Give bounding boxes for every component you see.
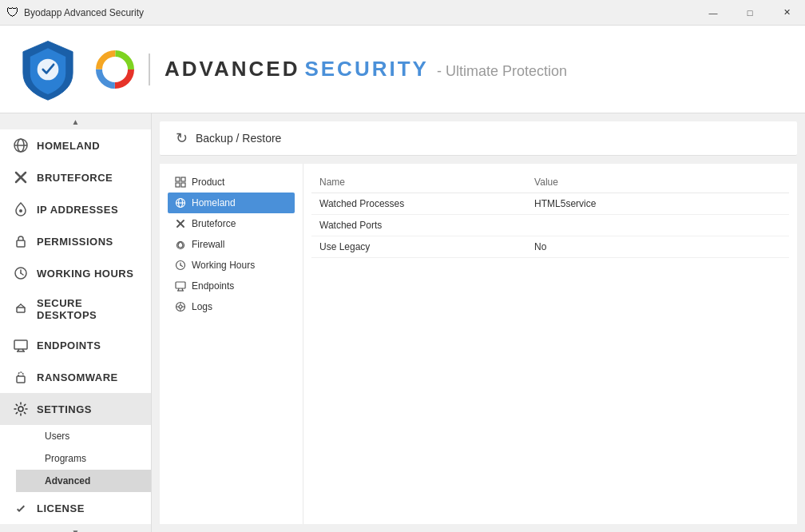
svg-point-27: [18, 407, 23, 411]
scroll-up-button[interactable]: ▲: [0, 113, 151, 129]
sidebar: ▲ HOMELAND BRUTEFORCE IP ADDRE: [0, 113, 152, 532]
sidebar-label-settings: SETTINGS: [37, 403, 92, 415]
row3-name: Use Legacy: [311, 236, 526, 258]
tree-logs-label: Logs: [192, 301, 212, 312]
tree-panel: Product Homeland Bruteforc: [160, 164, 303, 524]
svg-point-46: [179, 305, 182, 308]
tree-homeland-icon: [174, 197, 187, 209]
tree-working-hours-icon: [174, 259, 187, 272]
sidebar-label-secure-desktops: SECURE DESKTOPS: [37, 297, 138, 321]
sidebar-sub-programs[interactable]: Programs: [16, 447, 151, 470]
sidebar-item-settings[interactable]: SETTINGS: [0, 393, 151, 425]
sidebar-item-secure-desktops[interactable]: SECURE DESKTOPS: [0, 289, 151, 329]
app-window: ADVANCED SECURITY - Ultimate Protection …: [0, 26, 805, 532]
data-table: Name Value Watched Processes HTML5servic…: [311, 172, 789, 258]
sidebar-label-working-hours: WORKING HOURS: [37, 268, 133, 280]
breadcrumb-icon: ↻: [176, 129, 188, 147]
sidebar-item-ip-addresses[interactable]: IP ADDRESSES: [0, 193, 151, 225]
sidebar-label-permissions: PERMISSIONS: [37, 236, 113, 248]
svg-line-15: [21, 273, 23, 275]
sidebar-item-license[interactable]: LICENSE: [0, 492, 151, 524]
table-row: Use Legacy No: [311, 236, 789, 258]
tree-working-hours-label: Working Hours: [192, 260, 255, 271]
sidebar-item-ransomware[interactable]: RANSOMWARE: [0, 361, 151, 393]
tree-item-homeland[interactable]: Homeland: [168, 193, 295, 213]
brand-advanced: ADVANCED: [165, 57, 299, 81]
tree-product-icon: [174, 176, 187, 189]
advanced-label: Advanced: [45, 475, 90, 486]
col-header-name: Name: [311, 172, 526, 193]
breadcrumb-bar: ↻ Backup / Restore: [160, 121, 797, 156]
sidebar-sub-advanced[interactable]: Advanced: [16, 470, 151, 492]
app-icon: 🛡: [6, 6, 19, 20]
tree-item-bruteforce[interactable]: Bruteforce: [168, 213, 295, 234]
tree-item-endpoints[interactable]: Endpoints: [168, 276, 295, 296]
tree-product-label: Product: [192, 177, 224, 188]
row1-name: Watched Processes: [311, 193, 526, 215]
tree-endpoints-icon: [174, 280, 187, 292]
svg-line-40: [180, 265, 183, 267]
svg-rect-28: [176, 177, 180, 181]
license-icon: [13, 500, 29, 516]
tree-item-firewall[interactable]: Firewall: [168, 234, 295, 255]
maximize-button[interactable]: □: [732, 0, 768, 26]
logo-shield: [16, 38, 80, 101]
tree-item-product[interactable]: Product: [168, 172, 295, 193]
scroll-down-button[interactable]: ▼: [0, 524, 151, 532]
minimize-button[interactable]: —: [695, 0, 732, 26]
sidebar-label-endpoints: ENDPOINTS: [37, 339, 101, 351]
breadcrumb-text: Backup / Restore: [196, 132, 281, 145]
sidebar-sub-users[interactable]: Users: [16, 425, 151, 447]
tree-item-working-hours[interactable]: Working Hours: [168, 255, 295, 276]
svg-rect-41: [176, 282, 185, 288]
sidebar-item-permissions[interactable]: PERMISSIONS: [0, 225, 151, 257]
ip-icon: [13, 201, 29, 217]
content-area: ▲ HOMELAND BRUTEFORCE IP ADDRE: [0, 113, 805, 532]
programs-label: Programs: [45, 453, 86, 464]
ransomware-icon: [13, 369, 29, 385]
sidebar-label-bruteforce: BRUTEFORCE: [37, 172, 113, 184]
row3-value: No: [526, 236, 789, 258]
users-label: Users: [45, 431, 69, 442]
tree-firewall-icon: [174, 238, 187, 251]
svg-rect-29: [181, 177, 185, 181]
bruteforce-icon: [13, 169, 29, 185]
sidebar-label-ransomware: RANSOMWARE: [37, 371, 118, 383]
permissions-icon: [13, 233, 29, 249]
svg-point-0: [38, 58, 59, 80]
table-row: Watched Ports: [311, 215, 789, 236]
svg-rect-26: [17, 376, 25, 383]
tree-endpoints-label: Endpoints: [192, 280, 234, 292]
titlebar-left: 🛡 Byodapp Advanced Security: [6, 6, 144, 20]
main-panel: ↻ Backup / Restore Product: [152, 113, 805, 532]
sidebar-item-bruteforce[interactable]: BRUTEFORCE: [0, 161, 151, 193]
close-button[interactable]: ✕: [768, 0, 805, 26]
brand-subtitle: - Ultimate Protection: [437, 63, 567, 80]
row2-name: Watched Ports: [311, 215, 526, 236]
svg-point-11: [19, 209, 22, 212]
titlebar-title: Byodapp Advanced Security: [24, 7, 144, 18]
tree-bruteforce-label: Bruteforce: [192, 218, 236, 229]
titlebar-controls: — □ ✕: [695, 0, 805, 26]
sidebar-item-endpoints[interactable]: ENDPOINTS: [0, 329, 151, 361]
sidebar-item-homeland[interactable]: HOMELAND: [0, 129, 151, 161]
sidebar-label-license: LICENSE: [37, 502, 85, 514]
data-panel: Name Value Watched Processes HTML5servic…: [303, 164, 797, 524]
brand-text: ADVANCED SECURITY - Ultimate Protection: [165, 57, 567, 81]
svg-point-5: [107, 62, 123, 77]
working-hours-icon: [13, 265, 29, 281]
sidebar-label-ip: IP ADDRESSES: [37, 204, 118, 216]
secure-desktops-icon: [13, 301, 29, 317]
app-header: ADVANCED SECURITY - Ultimate Protection: [0, 26, 805, 113]
sidebar-label-homeland: HOMELAND: [37, 140, 100, 152]
tree-item-logs[interactable]: Logs: [168, 296, 295, 317]
sidebar-sub: Users Programs Advanced: [0, 425, 151, 492]
row2-value: [526, 215, 789, 236]
sidebar-item-working-hours[interactable]: WORKING HOURS: [0, 257, 151, 289]
tree-firewall-label: Firewall: [192, 239, 224, 250]
col-header-value: Value: [526, 172, 789, 193]
tree-bruteforce-icon: [174, 217, 187, 230]
table-row: Watched Processes HTML5service: [311, 193, 789, 215]
row1-value: HTML5service: [526, 193, 789, 215]
settings-icon: [13, 401, 29, 417]
